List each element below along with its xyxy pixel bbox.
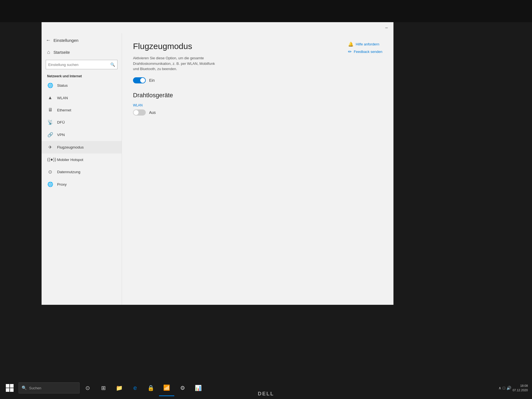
main-toggle-row: Ein (133, 77, 382, 83)
taskbar-explorer-btn[interactable]: 📁 (112, 380, 127, 396)
hilfe-link[interactable]: 🔔 Hilfe anfordern (348, 42, 382, 47)
sidebar-item-datennutzung[interactable]: ⊙ Datennutzung (42, 166, 122, 178)
lock-icon: 🔒 (147, 385, 154, 391)
taskbar-search[interactable]: 🔍 Suchen (19, 382, 80, 393)
start-button[interactable] (1, 380, 18, 396)
hotspot-icon: ((●)) (47, 157, 53, 162)
flugzeugmodus-icon: ✈ (47, 144, 53, 150)
help-links: 🔔 Hilfe anfordern ✏ Feedback senden (348, 42, 382, 54)
search-box[interactable]: 🔍 (46, 60, 117, 69)
sidebar-item-label-status: Status (57, 83, 68, 88)
taskbar-search-icon: 🔍 (22, 385, 27, 390)
clock-time: 18:08 (513, 383, 528, 388)
sidebar-item-home[interactable]: ⌂ Startseite (42, 46, 122, 58)
settings-icon: ⚙ (180, 385, 185, 391)
explorer-icon: 📁 (116, 385, 123, 391)
sidebar-item-ethernet[interactable]: 🖥 Ethernet (42, 104, 122, 116)
taskbar-lock-btn[interactable]: 🔒 (143, 380, 158, 396)
taskbar-settings-btn[interactable]: ⚙ (175, 380, 190, 396)
hilfe-icon: 🔔 (348, 42, 354, 47)
sidebar-item-label-flugzeugmodus: Flugzeugmodus (57, 145, 84, 149)
ethernet-icon: 🖥 (47, 107, 53, 113)
taskbar-edge-btn[interactable]: e (127, 380, 143, 396)
audio-icon[interactable]: 🔊 (507, 386, 511, 390)
status-icon: 🌐 (47, 83, 53, 88)
hilfe-label: Hilfe anfordern (356, 42, 379, 46)
edge-icon: e (133, 384, 137, 392)
main-content: Flugzeugmodus Aktivieren Sie diese Optio… (122, 33, 393, 305)
flugzeugmodus-toggle[interactable] (133, 77, 146, 83)
taskview-icon: ⊞ (101, 385, 106, 391)
sidebar-title: Einstellungen (53, 38, 78, 43)
wlan-toggle-label: Aus (149, 110, 156, 115)
sidebar-item-flugzeugmodus[interactable]: ✈ Flugzeugmodus (42, 141, 122, 154)
app-icon: 📊 (195, 385, 202, 391)
wlan-toggle-row: Aus (133, 109, 382, 116)
search-input[interactable] (46, 61, 108, 68)
sidebar-item-label-proxy: Proxy (57, 182, 67, 186)
sidebar-item-hotspot[interactable]: ((●)) Mobiler Hotspot (42, 154, 122, 166)
top-dark-bar (0, 0, 532, 22)
sidebar-item-label-dfu: DFÜ (57, 120, 65, 124)
wlan-icon: ▲ (47, 95, 53, 101)
taskbar-right: ∧ □ 🔊 18:08 07.12.2020 (498, 383, 531, 393)
home-label: Startseite (53, 50, 70, 55)
sidebar-item-status[interactable]: 🌐 Status (42, 79, 122, 92)
taskbar-search-text: Suchen (29, 386, 41, 390)
wlan-device-label: WLAN (133, 103, 382, 107)
cortana-icon: ⊙ (85, 385, 90, 391)
sidebar-item-label-wlan: WLAN (57, 96, 68, 100)
taskbar-app-btn[interactable]: 📊 (191, 380, 206, 396)
sidebar-item-dfu[interactable]: 📡 DFÜ (42, 116, 122, 129)
description-text: Aktivieren Sie diese Option, um die gesa… (133, 55, 222, 72)
sidebar-item-label-hotspot: Mobiler Hotspot (57, 158, 83, 162)
search-icon[interactable]: 🔍 (108, 60, 117, 69)
network-status-icon[interactable]: □ (503, 386, 505, 390)
sidebar-header: ← Einstellungen (42, 35, 122, 46)
vpn-icon: 🔗 (47, 132, 53, 138)
drahtlosgeraete-title: Drahtlosgeräte (133, 92, 382, 99)
sidebar-item-wlan[interactable]: ▲ WLAN (42, 92, 122, 104)
sidebar-item-label-ethernet: Ethernet (57, 108, 71, 112)
taskbar-cortana-btn[interactable]: ⊙ (80, 380, 95, 396)
start-icon (6, 384, 14, 392)
back-button[interactable]: ← (46, 37, 51, 43)
sidebar-item-label-datennutzung: Datennutzung (57, 170, 80, 174)
toggle-knob (140, 78, 145, 83)
section-label: Netzwerk und Internet (42, 72, 122, 79)
network-icon: 📶 (163, 384, 170, 391)
settings-window: – ← Einstellungen ⌂ Startseite 🔍 Netzwer… (42, 22, 393, 305)
clock[interactable]: 18:08 07.12.2020 (513, 383, 528, 393)
feedback-icon: ✏ (348, 49, 352, 54)
home-icon: ⌂ (47, 49, 50, 55)
page-title: Flugzeugmodus (133, 42, 382, 51)
sidebar-item-vpn[interactable]: 🔗 VPN (42, 129, 122, 141)
dfu-icon: 📡 (47, 119, 53, 125)
datennutzung-icon: ⊙ (47, 169, 53, 175)
proxy-icon: 🌐 (47, 181, 53, 187)
sidebar-item-proxy[interactable]: 🌐 Proxy (42, 178, 122, 191)
wlan-toggle-knob (134, 110, 139, 115)
sidebar-item-label-vpn: VPN (57, 133, 65, 137)
feedback-link[interactable]: ✏ Feedback senden (348, 49, 382, 54)
content-area: ← Einstellungen ⌂ Startseite 🔍 Netzwerk … (42, 33, 393, 305)
dell-label: DELL (258, 391, 274, 397)
clock-date: 07.12.2020 (513, 388, 528, 393)
main-toggle-label: Ein (149, 78, 155, 83)
minimize-button[interactable]: – (382, 24, 391, 32)
taskbar-network-btn[interactable]: 📶 (159, 380, 174, 396)
title-bar: – (42, 22, 393, 33)
chevron-icon[interactable]: ∧ (498, 386, 501, 390)
taskbar-taskview-btn[interactable]: ⊞ (96, 380, 111, 396)
feedback-label: Feedback senden (354, 50, 382, 54)
sidebar: ← Einstellungen ⌂ Startseite 🔍 Netzwerk … (42, 33, 122, 305)
wlan-toggle[interactable] (133, 109, 146, 116)
